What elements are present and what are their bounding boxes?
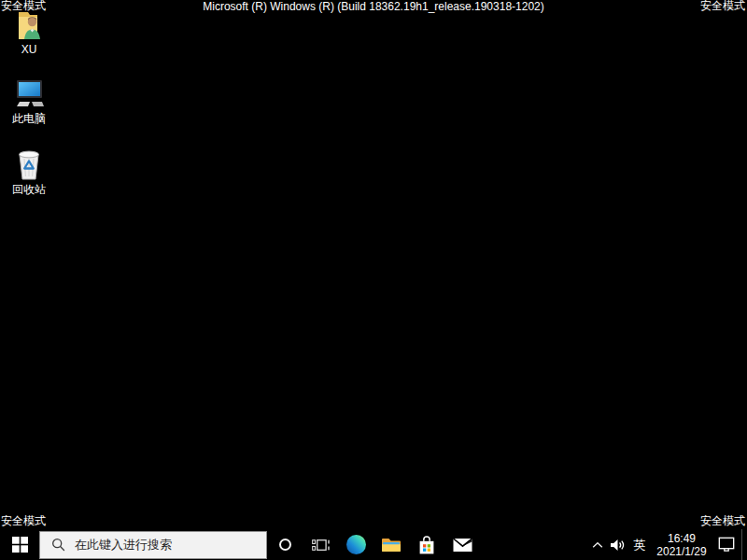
user-folder-icon: [12, 6, 46, 41]
store-icon: [417, 535, 436, 555]
show-desktop-button[interactable]: [741, 529, 747, 560]
file-explorer-button[interactable]: [374, 529, 409, 560]
file-explorer-icon: [381, 537, 402, 553]
safe-mode-label-bottom-left: 安全模式: [1, 514, 46, 527]
safe-mode-label-bottom-right: 安全模式: [700, 514, 745, 527]
windows-logo-icon: [12, 537, 28, 553]
taskbar: 英 16:49 2021/1/29: [0, 529, 747, 560]
taskbar-search-box[interactable]: [39, 531, 267, 559]
desktop-icon-user-folder[interactable]: XU: [0, 6, 58, 56]
chevron-up-icon: [592, 541, 603, 549]
desktop-icon-label: 此电脑: [12, 113, 46, 125]
task-view-icon: [312, 538, 330, 553]
search-icon: [51, 538, 65, 552]
windows-build-text: Microsoft (R) Windows (R) (Build 18362.1…: [0, 0, 747, 14]
edge-icon: [346, 535, 366, 554]
tray-time: 16:49: [668, 532, 696, 545]
start-button[interactable]: [0, 529, 39, 560]
mail-button[interactable]: [444, 529, 480, 560]
task-view-button[interactable]: [303, 529, 338, 560]
speaker-icon: [610, 539, 626, 552]
cortana-button[interactable]: [267, 529, 303, 560]
tray-chevron-up-button[interactable]: [588, 529, 607, 560]
desktop-icon-label: XU: [21, 44, 37, 56]
this-pc-icon: [12, 75, 46, 110]
search-input[interactable]: [75, 538, 266, 552]
store-button[interactable]: [409, 529, 444, 560]
desktop-icon-label: 回收站: [12, 184, 46, 196]
edge-button[interactable]: [338, 529, 374, 560]
desktop-icon-this-pc[interactable]: 此电脑: [0, 75, 58, 125]
recycle-bin-icon: [13, 146, 45, 181]
tray-volume-button[interactable]: [607, 529, 627, 560]
mail-icon: [453, 538, 472, 553]
tray-clock[interactable]: 16:49 2021/1/29: [652, 529, 712, 560]
cortana-icon: [279, 539, 291, 551]
action-center-button[interactable]: [712, 529, 741, 560]
tray-date: 2021/1/29: [656, 545, 706, 558]
desktop-icon-recycle-bin[interactable]: 回收站: [0, 146, 58, 196]
tray-ime-indicator[interactable]: 英: [627, 529, 652, 560]
action-center-icon: [718, 537, 735, 553]
